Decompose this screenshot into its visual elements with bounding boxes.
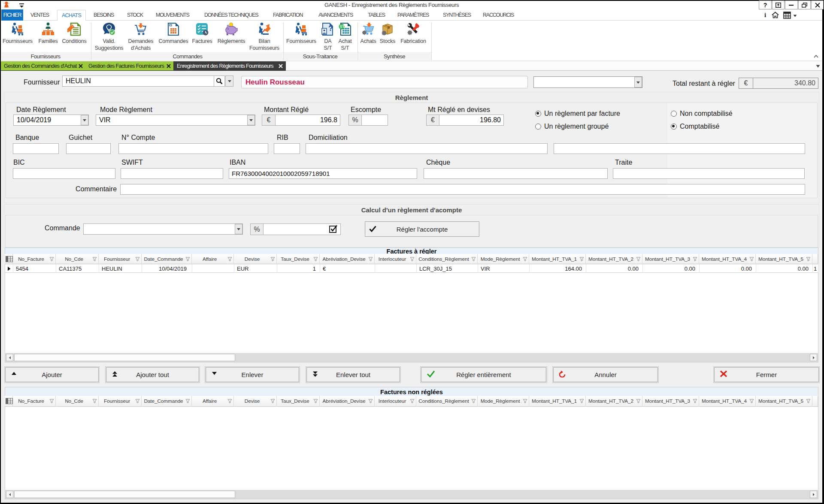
svg-text:?: ?	[328, 24, 333, 33]
svg-text:ST: ST	[340, 24, 345, 29]
